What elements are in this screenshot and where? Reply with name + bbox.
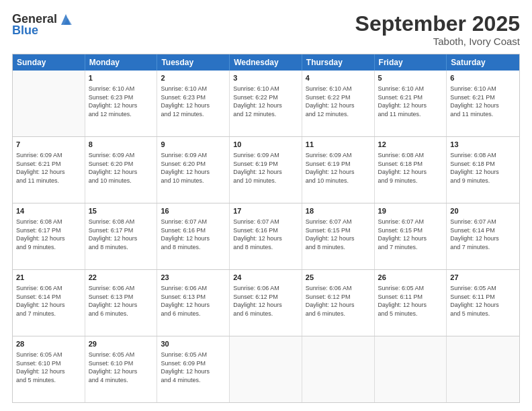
day-number: 22 <box>89 273 154 283</box>
title-block: September 2025 Taboth, Ivory Coast <box>355 12 520 47</box>
col-header-sunday: Sunday <box>13 54 85 71</box>
day-cell-12: 12Sunrise: 6:08 AM Sunset: 6:18 PM Dayli… <box>375 137 447 203</box>
day-number: 2 <box>161 73 226 83</box>
day-number: 14 <box>16 206 81 216</box>
day-number: 23 <box>161 273 226 283</box>
day-number: 30 <box>161 339 226 349</box>
day-info: Sunrise: 6:10 AM Sunset: 6:23 PM Dayligh… <box>161 85 226 118</box>
day-info: Sunrise: 6:05 AM Sunset: 6:11 PM Dayligh… <box>378 284 443 318</box>
day-info: Sunrise: 6:08 AM Sunset: 6:18 PM Dayligh… <box>450 151 516 185</box>
calendar-body: 1Sunrise: 6:10 AM Sunset: 6:23 PM Daylig… <box>13 71 519 402</box>
day-info: Sunrise: 6:06 AM Sunset: 6:12 PM Dayligh… <box>306 284 371 318</box>
day-info: Sunrise: 6:08 AM Sunset: 6:17 PM Dayligh… <box>16 218 81 251</box>
day-cell-11: 11Sunrise: 6:09 AM Sunset: 6:19 PM Dayli… <box>302 137 375 203</box>
day-info: Sunrise: 6:08 AM Sunset: 6:18 PM Dayligh… <box>378 151 443 185</box>
day-number: 20 <box>450 206 516 216</box>
day-number: 6 <box>450 73 516 83</box>
page: General Blue September 2025 Taboth, Ivor… <box>0 0 532 411</box>
day-cell-15: 15Sunrise: 6:08 AM Sunset: 6:17 PM Dayli… <box>85 203 158 269</box>
day-cell-4: 4Sunrise: 6:10 AM Sunset: 6:22 PM Daylig… <box>302 71 375 136</box>
calendar: SundayMondayTuesdayWednesdayThursdayFrid… <box>12 54 520 403</box>
empty-cell <box>447 336 519 402</box>
week-row-5: 28Sunrise: 6:05 AM Sunset: 6:10 PM Dayli… <box>13 336 519 402</box>
day-cell-25: 25Sunrise: 6:06 AM Sunset: 6:12 PM Dayli… <box>302 270 375 336</box>
day-info: Sunrise: 6:10 AM Sunset: 6:23 PM Dayligh… <box>89 85 154 118</box>
col-header-saturday: Saturday <box>447 54 519 71</box>
day-cell-6: 6Sunrise: 6:10 AM Sunset: 6:21 PM Daylig… <box>447 71 519 136</box>
day-number: 16 <box>161 206 226 216</box>
day-cell-29: 29Sunrise: 6:05 AM Sunset: 6:10 PM Dayli… <box>85 336 158 402</box>
day-cell-27: 27Sunrise: 6:05 AM Sunset: 6:11 PM Dayli… <box>447 270 519 336</box>
day-cell-2: 2Sunrise: 6:10 AM Sunset: 6:23 PM Daylig… <box>157 71 230 136</box>
day-cell-20: 20Sunrise: 6:07 AM Sunset: 6:14 PM Dayli… <box>447 203 519 269</box>
location-title: Taboth, Ivory Coast <box>355 36 520 47</box>
day-number: 9 <box>161 140 226 150</box>
day-number: 10 <box>233 140 298 150</box>
day-info: Sunrise: 6:09 AM Sunset: 6:19 PM Dayligh… <box>306 151 371 185</box>
week-row-3: 14Sunrise: 6:08 AM Sunset: 6:17 PM Dayli… <box>13 203 519 270</box>
empty-cell <box>375 336 447 402</box>
day-cell-17: 17Sunrise: 6:07 AM Sunset: 6:16 PM Dayli… <box>230 203 302 269</box>
day-number: 7 <box>16 140 81 150</box>
day-cell-23: 23Sunrise: 6:06 AM Sunset: 6:13 PM Dayli… <box>157 270 230 336</box>
day-cell-13: 13Sunrise: 6:08 AM Sunset: 6:18 PM Dayli… <box>447 137 519 203</box>
day-cell-24: 24Sunrise: 6:06 AM Sunset: 6:12 PM Dayli… <box>230 270 302 336</box>
day-info: Sunrise: 6:07 AM Sunset: 6:14 PM Dayligh… <box>450 218 516 251</box>
day-number: 21 <box>16 273 81 283</box>
day-number: 26 <box>378 273 443 283</box>
week-row-1: 1Sunrise: 6:10 AM Sunset: 6:23 PM Daylig… <box>13 71 519 137</box>
empty-cell <box>230 336 302 402</box>
day-number: 11 <box>306 140 371 150</box>
day-number: 29 <box>89 339 154 349</box>
day-number: 8 <box>89 140 154 150</box>
day-info: Sunrise: 6:09 AM Sunset: 6:20 PM Dayligh… <box>161 151 226 185</box>
week-row-4: 21Sunrise: 6:06 AM Sunset: 6:14 PM Dayli… <box>13 270 519 336</box>
day-cell-1: 1Sunrise: 6:10 AM Sunset: 6:23 PM Daylig… <box>85 71 158 136</box>
month-title: September 2025 <box>355 12 520 36</box>
day-cell-21: 21Sunrise: 6:06 AM Sunset: 6:14 PM Dayli… <box>13 270 85 336</box>
empty-cell <box>302 336 375 402</box>
header: General Blue September 2025 Taboth, Ivor… <box>12 12 520 47</box>
day-cell-30: 30Sunrise: 6:05 AM Sunset: 6:09 PM Dayli… <box>157 336 230 402</box>
day-cell-8: 8Sunrise: 6:09 AM Sunset: 6:20 PM Daylig… <box>85 137 158 203</box>
day-info: Sunrise: 6:05 AM Sunset: 6:10 PM Dayligh… <box>89 351 154 384</box>
day-number: 18 <box>306 206 371 216</box>
col-header-wednesday: Wednesday <box>230 54 302 71</box>
day-info: Sunrise: 6:10 AM Sunset: 6:22 PM Dayligh… <box>306 85 371 118</box>
col-header-thursday: Thursday <box>302 54 375 71</box>
col-header-monday: Monday <box>85 54 158 71</box>
day-cell-14: 14Sunrise: 6:08 AM Sunset: 6:17 PM Dayli… <box>13 203 85 269</box>
day-cell-22: 22Sunrise: 6:06 AM Sunset: 6:13 PM Dayli… <box>85 270 158 336</box>
day-info: Sunrise: 6:05 AM Sunset: 6:10 PM Dayligh… <box>16 351 81 384</box>
day-info: Sunrise: 6:09 AM Sunset: 6:21 PM Dayligh… <box>16 151 81 185</box>
day-info: Sunrise: 6:07 AM Sunset: 6:15 PM Dayligh… <box>306 218 371 251</box>
day-cell-16: 16Sunrise: 6:07 AM Sunset: 6:16 PM Dayli… <box>157 203 230 269</box>
day-cell-3: 3Sunrise: 6:10 AM Sunset: 6:22 PM Daylig… <box>230 71 302 136</box>
day-cell-5: 5Sunrise: 6:10 AM Sunset: 6:21 PM Daylig… <box>375 71 447 136</box>
day-info: Sunrise: 6:06 AM Sunset: 6:13 PM Dayligh… <box>89 284 154 318</box>
day-info: Sunrise: 6:08 AM Sunset: 6:17 PM Dayligh… <box>89 218 154 251</box>
day-number: 27 <box>450 273 516 283</box>
day-cell-7: 7Sunrise: 6:09 AM Sunset: 6:21 PM Daylig… <box>13 137 85 203</box>
day-info: Sunrise: 6:06 AM Sunset: 6:12 PM Dayligh… <box>233 284 298 318</box>
day-number: 19 <box>378 206 443 216</box>
day-number: 15 <box>89 206 154 216</box>
empty-cell <box>13 71 85 136</box>
week-row-2: 7Sunrise: 6:09 AM Sunset: 6:21 PM Daylig… <box>13 137 519 203</box>
col-header-friday: Friday <box>375 54 447 71</box>
day-number: 17 <box>233 206 298 216</box>
day-number: 28 <box>16 339 81 349</box>
day-number: 3 <box>233 73 298 83</box>
logo-icon <box>58 13 73 26</box>
day-cell-26: 26Sunrise: 6:05 AM Sunset: 6:11 PM Dayli… <box>375 270 447 336</box>
day-cell-18: 18Sunrise: 6:07 AM Sunset: 6:15 PM Dayli… <box>302 203 375 269</box>
day-info: Sunrise: 6:10 AM Sunset: 6:21 PM Dayligh… <box>378 85 443 118</box>
day-info: Sunrise: 6:07 AM Sunset: 6:16 PM Dayligh… <box>233 218 298 251</box>
day-info: Sunrise: 6:05 AM Sunset: 6:11 PM Dayligh… <box>450 284 516 318</box>
day-number: 12 <box>378 140 443 150</box>
day-cell-19: 19Sunrise: 6:07 AM Sunset: 6:15 PM Dayli… <box>375 203 447 269</box>
day-number: 5 <box>378 73 443 83</box>
col-header-tuesday: Tuesday <box>157 54 230 71</box>
day-number: 13 <box>450 140 516 150</box>
calendar-header: SundayMondayTuesdayWednesdayThursdayFrid… <box>13 54 519 71</box>
